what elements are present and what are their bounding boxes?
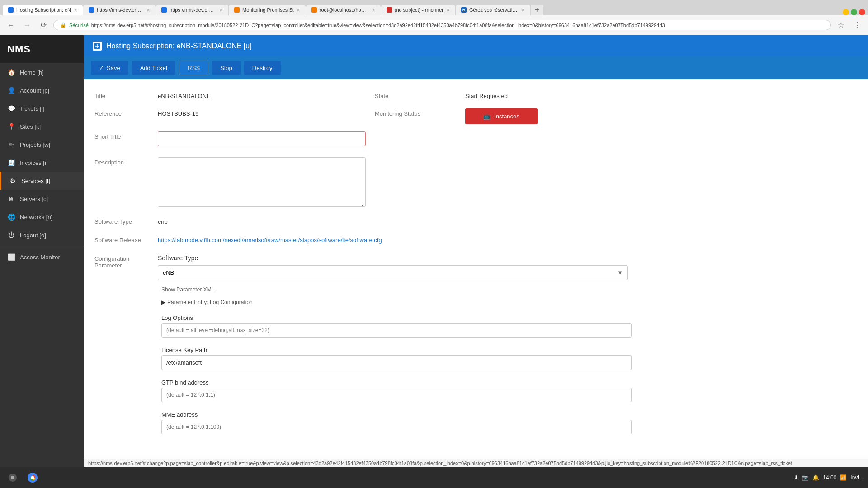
gtp-bind-section: GTP bind address (158, 376, 857, 405)
expand-arrow-icon: ▶ (161, 299, 165, 305)
page-title: Hosting Subscription: eNB-STANDALONE [u] (106, 42, 252, 50)
configuration-parameter-section: Software Type eNB ▼ Show Parameter XML (158, 251, 857, 441)
sidebar-item-services-label: Services [l] (21, 178, 50, 184)
invoices-icon: 🧾 (7, 159, 15, 167)
bookmark-button[interactable]: ☆ (835, 19, 847, 32)
home-icon: 🏠 (7, 68, 15, 76)
tab-1[interactable]: Hosting Subscription: eN ✕ (3, 5, 83, 15)
networks-icon: 🌐 (7, 213, 15, 221)
mme-address-input[interactable] (161, 420, 632, 434)
tab-7-icon: B (461, 7, 467, 13)
taskbar-chromium-button[interactable] (24, 469, 41, 486)
taskbar-time: 14:00 (823, 474, 836, 481)
sidebar-item-servers-label: Servers [c] (20, 196, 48, 202)
tab-6-label: (no subject) - rmonner (395, 7, 443, 13)
sidebar-item-invoices[interactable]: 🧾 Invoices [i] (0, 154, 84, 172)
lock-icon: 🔒 (60, 22, 66, 28)
toolbar: ✓ Save Add Ticket RSS Stop Destroy (84, 57, 868, 79)
close-button[interactable] (859, 9, 865, 15)
sidebar-item-account-label: Account [p] (20, 87, 49, 94)
sidebar-item-home-label: Home [h] (20, 69, 44, 76)
destroy-button[interactable]: Destroy (244, 61, 281, 75)
tab-5-label: root@localhost:/home/r (320, 7, 369, 13)
address-bar[interactable]: 🔒 Sécurisé https://nms-dev.erp5.net/#/ho… (53, 20, 831, 30)
tab-2-close[interactable]: ✕ (146, 8, 150, 13)
log-options-section: Log Options (158, 312, 857, 340)
logout-icon: ⏻ (7, 231, 15, 239)
maximize-button[interactable] (851, 9, 857, 15)
secure-label: Sécurisé (69, 23, 89, 28)
address-text: https://nms-dev.erp5.net/#/hosting_subsc… (91, 23, 824, 28)
log-options-input[interactable] (161, 323, 632, 338)
tab-2-label: https://nms-dev.erp5.ne (97, 7, 144, 13)
software-release-link[interactable]: https://lab.node.vifib.com/nexedi/amaris… (158, 237, 382, 244)
tab-5-close[interactable]: ✕ (372, 8, 375, 13)
sidebar-item-servers[interactable]: 🖥 Servers [c] (0, 190, 84, 208)
tab-5[interactable]: root@localhost:/home/r ✕ (306, 5, 381, 15)
screenshot-icon: 📷 (802, 474, 809, 481)
show-parameter-xml-link[interactable]: Show Parameter XML (161, 285, 854, 295)
license-key-input[interactable] (161, 355, 632, 370)
tab-1-icon (8, 7, 14, 13)
reload-button[interactable]: ⟳ (37, 19, 50, 32)
sidebar-item-tickets-label: Tickets [l] (20, 105, 44, 112)
sidebar-item-tickets[interactable]: 💬 Tickets [l] (0, 99, 84, 117)
rss-button[interactable]: RSS (179, 61, 208, 75)
log-options-label: Log Options (161, 314, 854, 321)
configuration-parameter-label: Configuration Parameter (94, 251, 158, 269)
parameter-entry-item[interactable]: ▶ Parameter Entry: Log Configuration (161, 297, 854, 307)
sidebar-item-logout[interactable]: ⏻ Logout [o] (0, 226, 84, 244)
sidebar-item-account[interactable]: 👤 Account [p] (0, 81, 84, 99)
tab-4-label: Monitoring Promises St (242, 7, 294, 13)
status-bar: https://nms-dev.erp5.net/#!change?p.page… (84, 459, 868, 467)
tab-4-close[interactable]: ✕ (297, 8, 300, 13)
add-ticket-button[interactable]: Add Ticket (132, 61, 176, 75)
param-entry-label: Parameter Entry: Log Configuration (167, 299, 253, 305)
access-monitor-icon: ⬜ (7, 253, 15, 261)
new-tab-button[interactable]: + (531, 5, 543, 15)
tab-4[interactable]: Monitoring Promises St ✕ (229, 5, 306, 15)
tab-7-close[interactable]: ✕ (521, 8, 525, 13)
svg-point-2 (11, 476, 14, 479)
license-key-label: License Key Path (161, 347, 854, 353)
software-type-dropdown[interactable]: eNB ▼ (158, 265, 628, 280)
sidebar-item-projects[interactable]: ✏ Projects [w] (0, 136, 84, 154)
stop-button[interactable]: Stop (212, 61, 241, 75)
sidebar-item-networks[interactable]: 🌐 Networks [n] (0, 208, 84, 226)
tab-1-close[interactable]: ✕ (74, 8, 77, 13)
mme-address-section: MME address (158, 408, 857, 437)
short-title-input[interactable] (158, 131, 366, 146)
tab-1-label: Hosting Subscription: eN (16, 7, 71, 13)
forward-button[interactable]: → (21, 19, 33, 32)
tab-3[interactable]: https://nms-dev.erp5.ne ✕ (156, 5, 228, 15)
taskbar: ⬇ 📷 🔔 14:00 📶 Invi... (0, 467, 868, 488)
menu-button[interactable]: ⋮ (851, 19, 863, 32)
tab-5-icon (311, 7, 317, 13)
reference-label: Reference (94, 106, 158, 122)
main-content: Hosting Subscription: eNB-STANDALONE [u]… (84, 35, 868, 467)
projects-icon: ✏ (7, 141, 15, 149)
save-checkmark-icon: ✓ (99, 65, 104, 71)
save-button[interactable]: ✓ Save (91, 61, 128, 75)
minimize-button[interactable] (843, 9, 849, 15)
tab-3-close[interactable]: ✕ (219, 8, 223, 13)
short-title-label: Short Title (94, 129, 158, 145)
description-input[interactable] (158, 157, 366, 207)
tab-7-label: Gérez vos réservations (469, 7, 519, 13)
back-button[interactable]: ← (5, 19, 17, 32)
sidebar-item-access-monitor[interactable]: ⬜ Access Monitor (0, 248, 84, 266)
title-value: eNB-STANDALONE (158, 88, 375, 104)
instances-button[interactable]: 📺 Instances (465, 108, 538, 124)
tab-2[interactable]: https://nms-dev.erp5.ne ✕ (83, 5, 156, 15)
tab-6-close[interactable]: ✕ (446, 8, 450, 13)
sidebar-item-services[interactable]: ⚙ Services [l] (0, 172, 84, 190)
sidebar-item-home[interactable]: 🏠 Home [h] (0, 63, 84, 81)
tab-6[interactable]: (no subject) - rmonner ✕ (381, 5, 455, 15)
account-icon: 👤 (7, 86, 15, 94)
gtp-bind-input[interactable] (161, 388, 632, 402)
state-label: State (375, 88, 465, 104)
tab-7[interactable]: B Gérez vos réservations ✕ (456, 5, 530, 15)
reference-value: HOSTSUBS-19 (158, 106, 375, 122)
taskbar-apps-button[interactable] (5, 469, 21, 486)
sidebar-item-sites[interactable]: 📍 Sites [k] (0, 117, 84, 136)
